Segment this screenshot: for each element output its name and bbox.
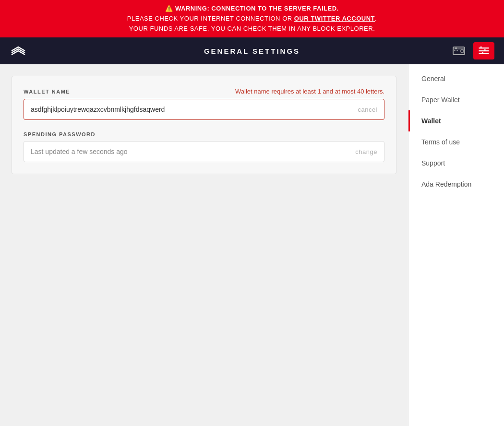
content-area: WALLET NAME Wallet name requires at leas… (0, 64, 408, 426)
wallet-name-label: WALLET NAME (24, 89, 70, 95)
svg-rect-0 (453, 47, 465, 55)
wallet-name-input[interactable] (31, 106, 358, 113)
nav-left (10, 42, 27, 59)
twitter-link[interactable]: OUR TWITTER ACCOUNT (294, 15, 375, 22)
wallet-name-input-wrapper: cancel (24, 99, 384, 120)
sidebar-item-support[interactable]: Support (408, 153, 504, 174)
warning-line1: WARNING: CONNECTION TO THE SERVER FAILED… (175, 5, 339, 12)
warning-line3: YOUR FUNDS ARE SAFE, YOU CAN CHECK THEM … (8, 24, 496, 34)
top-nav: GENERAL SETTINGS (0, 37, 504, 64)
wallet-nav-button[interactable] (450, 42, 468, 59)
wallet-name-error: Wallet name requires at least 1 and at m… (235, 88, 384, 95)
settings-nav-button[interactable] (473, 42, 494, 59)
warning-line2-suffix: . (375, 15, 377, 22)
spending-password-value: Last updated a few seconds ago (31, 148, 355, 155)
settings-sidebar: General Paper Wallet Wallet Terms of use… (408, 64, 504, 426)
svg-rect-1 (461, 50, 464, 52)
main-layout: WALLET NAME Wallet name requires at leas… (0, 64, 504, 426)
spending-password-input-wrapper: Last updated a few seconds ago change (24, 141, 384, 162)
spending-password-group: SPENDING PASSWORD Last updated a few sec… (24, 131, 384, 162)
spending-password-label-row: SPENDING PASSWORD (24, 131, 384, 137)
sidebar-item-wallet[interactable]: Wallet (408, 110, 504, 131)
warning-line2-prefix: PLEASE CHECK YOUR INTERNET CONNECTION OR (127, 15, 294, 22)
wallet-name-cancel-button[interactable]: cancel (358, 106, 377, 113)
wallet-name-group: WALLET NAME Wallet name requires at leas… (24, 88, 384, 120)
nav-right (450, 42, 494, 59)
settings-icon (477, 44, 491, 58)
sidebar-item-ada-redemption[interactable]: Ada Redemption (408, 174, 504, 195)
svg-point-3 (455, 47, 457, 49)
warning-banner: ⚠️ WARNING: CONNECTION TO THE SERVER FAI… (0, 0, 504, 37)
page-title: GENERAL SETTINGS (204, 47, 300, 55)
layers-icon (10, 42, 27, 59)
settings-card: WALLET NAME Wallet name requires at leas… (12, 76, 396, 174)
app-logo (10, 42, 27, 59)
spending-password-label: SPENDING PASSWORD (24, 131, 96, 137)
wallet-name-label-row: WALLET NAME Wallet name requires at leas… (24, 88, 384, 95)
spending-password-change-button[interactable]: change (355, 148, 377, 155)
wallet-icon (452, 44, 466, 58)
warning-icon: ⚠️ (165, 5, 173, 12)
sidebar-item-paper-wallet[interactable]: Paper Wallet (408, 89, 504, 110)
sidebar-item-terms-of-use[interactable]: Terms of use (408, 131, 504, 153)
sidebar-item-general[interactable]: General (408, 68, 504, 89)
